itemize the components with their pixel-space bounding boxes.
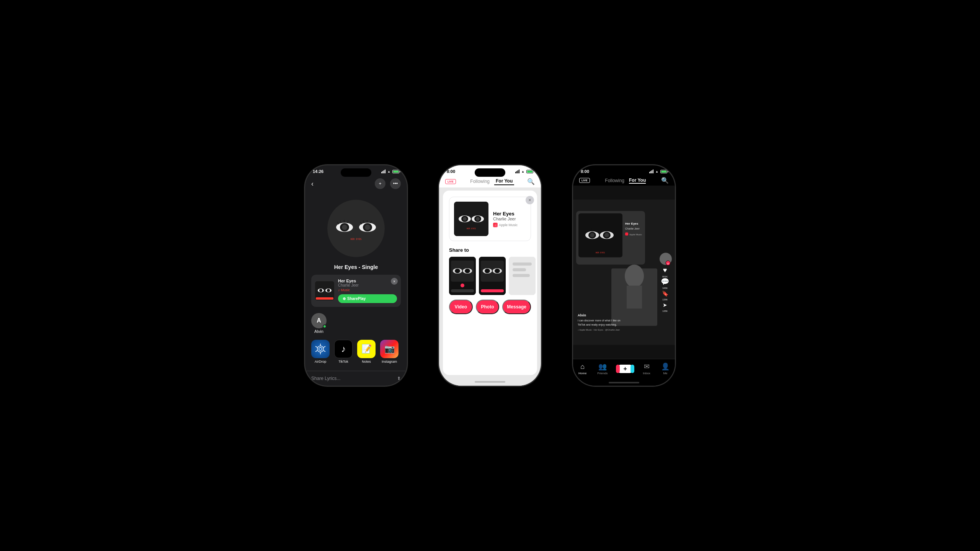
eyes-artwork-svg: HER EYES — [327, 200, 385, 257]
share-card-close[interactable]: × — [391, 278, 398, 285]
notes-icon-bg: 📝 — [357, 340, 376, 358]
home-indicator-2 — [439, 378, 541, 386]
album-art-container: HER EYES — [305, 192, 407, 261]
tiktok-header-3: LIVE Following For You 🔍 — [573, 175, 675, 186]
nav-tabs-2: Following For You — [469, 178, 514, 185]
time-2: 8:00 — [447, 169, 455, 174]
svg-point-4 — [342, 225, 347, 230]
share-card-artist: Charlie Jeer — [338, 283, 397, 287]
home-indicator-3 — [573, 380, 675, 386]
feed-tabs-3: Following For You — [605, 178, 646, 184]
battery-2 — [526, 170, 533, 173]
share-lyrics-icon: ⬆ — [397, 376, 401, 381]
nav-home[interactable]: ⌂ Home — [578, 363, 586, 375]
search-icon-2[interactable]: 🔍 — [527, 178, 535, 185]
live-badge-3: LIVE — [579, 178, 590, 183]
nav-inbox[interactable]: ✉ Inbox — [643, 362, 650, 375]
share-lyrics-bar[interactable]: Share Lyrics... ⬆ — [305, 371, 407, 386]
profile-icon: 👤 — [661, 362, 670, 371]
svg-text:+: + — [667, 262, 669, 266]
modal-close-button[interactable]: × — [526, 196, 534, 204]
phone3-content: 8:00 ▲ LIVE — [573, 165, 675, 386]
friends-icon: 👥 — [598, 362, 607, 371]
signal-bars-2 — [515, 170, 519, 173]
svg-point-55 — [485, 269, 490, 273]
nav-me[interactable]: 👤 Me — [661, 362, 670, 375]
svg-text:Alvin: Alvin — [578, 313, 586, 317]
svg-point-47 — [455, 269, 460, 273]
preview-blank[interactable] — [509, 257, 536, 295]
preview-svg-3 — [509, 257, 536, 295]
preview-svg-1 — [449, 257, 476, 295]
phones-container: 14:26 ▲ ‹ — [0, 0, 980, 551]
svg-point-1 — [327, 200, 385, 257]
instagram-logo: 📷 — [384, 344, 395, 354]
back-button[interactable]: ‹ — [311, 180, 314, 188]
share-song-artist: Charlie Jeer — [493, 217, 518, 221]
svg-line-29 — [315, 346, 317, 347]
music-bar — [316, 297, 333, 300]
share-card: Her Eyes Charlie Jeer ♪ Music ⊕ SharePla… — [311, 275, 401, 307]
phone-3: 8:00 ▲ LIVE — [572, 165, 676, 386]
video-feed[interactable]: HER EYES Her Eyes Charlie Jeer Apple Mus… — [573, 186, 675, 359]
svg-text:HER EYES: HER EYES — [351, 238, 362, 240]
more-button[interactable]: ••• — [390, 178, 401, 189]
video-button[interactable]: Video — [449, 300, 473, 314]
following-tab-3[interactable]: Following — [605, 178, 624, 183]
status-bar-3: 8:00 ▲ — [573, 165, 675, 175]
message-button[interactable]: Message — [502, 300, 531, 314]
svg-rect-85 — [627, 286, 642, 309]
status-bar-1: 14:26 ▲ — [305, 165, 407, 175]
following-tab-2[interactable]: Following — [469, 178, 491, 185]
app-icon-tiktok[interactable]: ♪ TikTok — [334, 340, 353, 364]
add-button[interactable]: + — [375, 178, 385, 189]
tiktok-header-2: LIVE Following For You 🔍 — [439, 175, 541, 187]
svg-point-23 — [319, 347, 322, 350]
shareplay-button[interactable]: ⊕ SharePlay — [338, 294, 397, 303]
tiktok-logo: ♪ — [341, 344, 346, 354]
share-thumb — [315, 281, 334, 300]
battery-fill-2 — [527, 171, 532, 173]
svg-text:♥: ♥ — [663, 266, 667, 274]
photo-button[interactable]: Photo — [476, 300, 500, 314]
svg-text:➤: ➤ — [663, 302, 667, 308]
wifi-icon-1: ▲ — [387, 170, 390, 173]
share-song-title: Her Eyes — [493, 211, 518, 217]
svg-text:HER EYES: HER EYES — [467, 227, 476, 230]
svg-point-49 — [465, 269, 470, 273]
app-icon-airdrop[interactable]: AirDrop — [311, 340, 330, 364]
live-badge-2: LIVE — [445, 179, 456, 184]
add-button-nav[interactable]: + — [618, 365, 632, 373]
status-icons-3: ▲ — [649, 170, 667, 173]
for-you-tab-2[interactable]: For You — [494, 178, 514, 185]
svg-point-7 — [365, 225, 370, 230]
airdrop-icon-bg — [311, 340, 330, 358]
inbox-icon: ✉ — [644, 362, 650, 371]
svg-text:3456: 3456 — [662, 287, 668, 289]
battery-fill-1 — [393, 171, 399, 173]
share-lyrics-text: Share Lyrics... — [311, 376, 340, 381]
phone1-content: 14:26 ▲ ‹ — [305, 165, 407, 386]
share-modal: HER EYES Her Eyes Charlie Jeer ♪ Apple M… — [443, 191, 537, 375]
notes-label: Notes — [362, 360, 371, 364]
svg-point-21 — [327, 289, 330, 292]
share-song-card: HER EYES Her Eyes Charlie Jeer ♪ Apple M… — [449, 197, 531, 241]
for-you-tab-3[interactable]: For You — [629, 178, 646, 184]
search-icon-3[interactable]: 🔍 — [661, 177, 669, 184]
svg-line-28 — [315, 350, 317, 352]
preview-video-1[interactable] — [449, 257, 476, 295]
app-icon-instagram[interactable]: 📷 Instagram — [380, 340, 399, 364]
bottom-nav-3: ⌂ Home 👥 Friends + ✉ Inbox 👤 — [573, 359, 675, 380]
preview-video-2[interactable] — [479, 257, 506, 295]
online-indicator — [323, 324, 327, 328]
notes-logo: 📝 — [361, 344, 372, 354]
svg-rect-58 — [481, 289, 504, 292]
inbox-label: Inbox — [643, 372, 650, 375]
nav-add[interactable]: + — [618, 365, 632, 373]
nav-friends[interactable]: 👥 Friends — [597, 362, 608, 375]
app-icon-notes[interactable]: 📝 Notes — [357, 340, 376, 364]
dynamic-island-2 — [475, 168, 505, 177]
share-card-title: Her Eyes — [338, 279, 397, 283]
contact-avatar[interactable]: A — [311, 313, 327, 328]
phone-1: 14:26 ▲ ‹ — [304, 165, 408, 386]
